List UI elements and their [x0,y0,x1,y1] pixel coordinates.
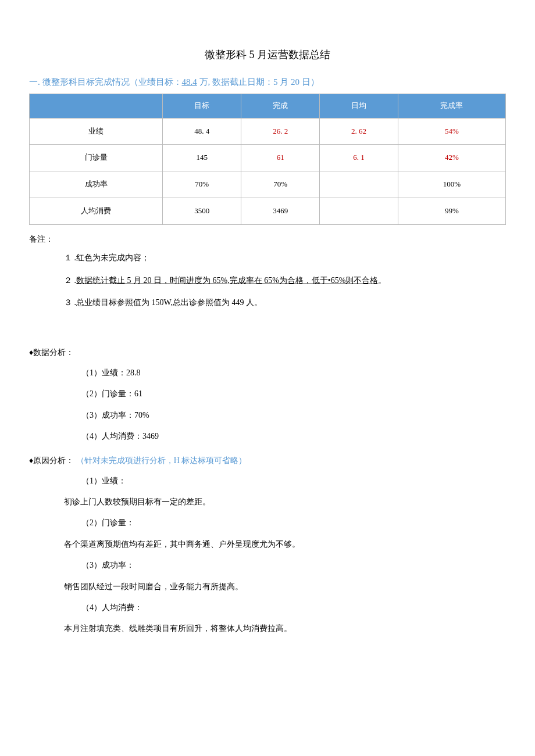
cell-target: 3500 [163,198,241,224]
cell-done: 70% [241,171,320,198]
cause-heading-hint: （针对未完成项进行分析，H 标达标项可省略） [76,456,247,465]
table-row: 门诊量 145 61 6. 1 42% [30,145,506,171]
row-label: 业绩 [30,118,163,145]
note-2: ２ .数据统计截止 5 月 20 日，时间进度为 65%,完成率在 65%为合格… [64,274,506,287]
cell-rate: 99% [398,198,505,224]
table-row: 人均消费 3500 3469 99% [30,198,506,224]
cell-rate: 100% [398,171,505,198]
cause-p1: 初诊上门人数较预期目标有一定的差距。 [64,496,506,508]
da-item-2: （2）门诊量：61 [81,388,506,400]
cause-p3: 销售团队经过一段时间磨合，业务能力有所提高。 [64,581,506,593]
note-2-ul1: 数据统计截止 5 月 20 日，时间进度为 65%, [76,276,230,285]
note-2-end: 。 [378,276,386,285]
th-daily: 日均 [320,94,398,118]
th-target: 目标 [163,94,241,118]
data-analysis-items: （1）业绩：28.8 （2）门诊量：61 （3）成功率：70% （4）人均消费：… [81,367,506,443]
summary-table: 目标 完成 日均 完成率 业绩 48. 4 26. 2 2. 62 54% 门诊… [29,94,506,225]
cell-target: 70% [163,171,241,198]
note-2-ul2: 完成率在 65%为合格，低于•65%则不合格 [230,276,379,285]
cell-rate: 42% [398,145,505,171]
note-1: １ .红色为未完成内容； [64,252,506,264]
cause-heading-text: ♦原因分析： [29,456,74,465]
section-1-heading: 一. 微整形科目标完成情况（业绩目标：48.4 万, 数据截止日期：5 月 20… [29,75,506,89]
data-analysis-heading: ♦数据分析： [29,346,506,359]
table-row: 业绩 48. 4 26. 2 2. 62 54% [30,118,506,145]
cause-h2: （2）门诊量： [81,517,506,529]
section-1-target: 48.4 [182,77,197,87]
cause-analysis-heading: ♦原因分析： （针对未完成项进行分析，H 标达标项可省略） [29,454,506,467]
cell-done: 61 [241,145,320,171]
row-label: 人均消费 [30,198,163,224]
section-1-prefix: 一. 微整形科目标完成情况（业绩目标： [29,77,182,87]
cause-items: （3）成功率： [81,559,506,572]
cell-daily: 2. 62 [320,118,398,145]
page-title: 微整形科 5 月运营数据总结 [29,46,506,63]
cause-h4: （4）人均消费： [81,601,506,614]
cause-p4: 本月注射填充类、线雕类项目有所回升，将整体人均消费拉高。 [64,622,506,635]
da-item-3: （3）成功率：70% [81,409,506,422]
da-item-4: （4）人均消费：3469 [81,430,506,443]
row-label: 门诊量 [30,145,163,171]
cell-done: 26. 2 [241,118,320,145]
da-item-1: （1）业绩：28.8 [81,367,506,379]
table-header-row: 目标 完成 日均 完成率 [30,94,506,118]
cell-daily: 6. 1 [320,145,398,171]
cause-p2: 各个渠道离预期值均有差距，其中商务通、户外呈现度尤为不够。 [64,538,506,551]
th-rate: 完成率 [398,94,505,118]
notes-block: １ .红色为未完成内容； ２ .数据统计截止 5 月 20 日，时间进度为 65… [64,252,506,309]
cause-items: （2）门诊量： [81,517,506,529]
cell-target: 48. 4 [163,118,241,145]
note-3: ３ .总业绩目标参照值为 150W,总出诊参照值为 449 人。 [64,296,506,309]
th-done: 完成 [241,94,320,118]
cell-rate: 54% [398,118,505,145]
note-2-num: ２ . [64,276,76,285]
notes-label: 备注： [29,233,506,246]
th-blank [30,94,163,118]
cause-items: （4）人均消费： [81,601,506,614]
cell-daily [320,171,398,198]
row-label: 成功率 [30,171,163,198]
section-1-suffix: 万, 数据截止日期：5 月 20 日） [197,77,319,87]
cause-h1: （1）业绩： [81,475,506,488]
cell-daily [320,198,398,224]
cause-h3: （3）成功率： [81,559,506,572]
cell-target: 145 [163,145,241,171]
cell-done: 3469 [241,198,320,224]
table-row: 成功率 70% 70% 100% [30,171,506,198]
cause-items: （1）业绩： [81,475,506,488]
